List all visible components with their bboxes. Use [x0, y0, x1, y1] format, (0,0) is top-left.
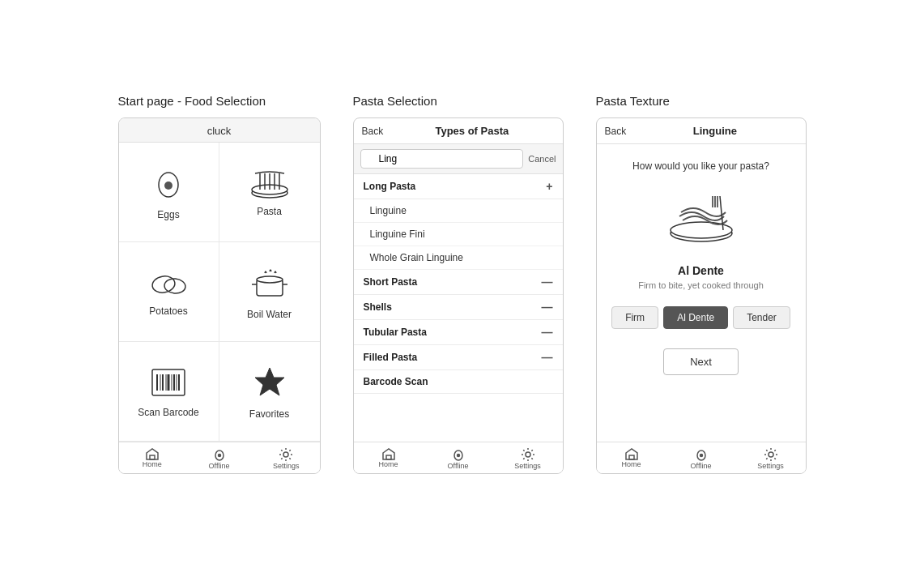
s1-label-eggs: Eggs — [157, 209, 179, 220]
s3-option-aldente[interactable]: Al Dente — [663, 306, 728, 329]
s3-nav-settings[interactable]: Settings — [736, 442, 806, 473]
s1-cell-potatoes[interactable]: Potatoes — [119, 242, 219, 342]
s3-option-tender[interactable]: Tender — [733, 306, 790, 329]
s2-nav-settings-label: Settings — [514, 462, 541, 470]
svg-point-28 — [218, 455, 220, 457]
s1-label-pasta: Pasta — [257, 206, 282, 217]
s2-header-title: Types of Pasta — [390, 125, 554, 137]
s3-texture-desc: Firm to bite, yet cooked through — [638, 280, 764, 290]
filled-pasta-collapse-icon: — — [542, 351, 553, 364]
s2-section-short-pasta-label: Short Pasta — [364, 276, 418, 288]
s1-nav-offline-label: Offline — [209, 462, 230, 470]
s2-section-long-pasta-label: Long Pasta — [364, 181, 416, 192]
screens-container: Start page - Food Selection cluck Eggs — [70, 62, 855, 506]
screen3-section: Pasta Texture Back Linguine How would yo… — [596, 94, 807, 474]
s3-next-button[interactable]: Next — [663, 348, 739, 375]
tubular-pasta-collapse-icon: — — [542, 326, 553, 339]
s1-cell-scanbarcode[interactable]: Scan Barcode — [119, 342, 219, 442]
s2-section-shells[interactable]: Shells — — [354, 295, 563, 320]
s1-bottom-nav: Home Offline Settings — [119, 442, 320, 473]
settings-icon — [521, 447, 535, 462]
s1-label-potatoes: Potatoes — [149, 305, 187, 317]
s2-item-linguine[interactable]: Linguine — [354, 199, 563, 223]
s3-nav-home-label: Home — [621, 460, 641, 468]
s2-header: Back Types of Pasta — [354, 118, 563, 144]
s3-header-title: Linguine — [632, 125, 797, 137]
offline-icon — [213, 447, 226, 462]
s2-nav-settings[interactable]: Settings — [493, 442, 563, 473]
svg-marker-25 — [255, 368, 284, 395]
s3-bottom-nav: Home Offline Settings — [597, 442, 806, 473]
s1-label-favorites: Favorites — [249, 408, 289, 420]
s3-pasta-illustration — [665, 188, 738, 248]
s3-nav-offline-label: Offline — [691, 462, 712, 470]
settings-icon — [279, 447, 293, 462]
svg-point-43 — [769, 452, 773, 457]
s2-nav-offline-label: Offline — [448, 462, 469, 470]
home-icon — [145, 447, 160, 460]
s2-nav-offline[interactable]: Offline — [424, 442, 493, 473]
long-pasta-expand-icon: + — [546, 180, 552, 193]
s1-nav-offline[interactable]: Offline — [185, 442, 253, 473]
s2-section-barcode-scan-label: Barcode Scan — [364, 376, 428, 387]
s2-cancel-button[interactable]: Cancel — [528, 154, 556, 164]
s2-back-button[interactable]: Back — [362, 126, 384, 137]
svg-point-9 — [151, 275, 176, 295]
s2-search-input[interactable] — [360, 149, 524, 169]
s3-header: Back Linguine — [597, 118, 806, 144]
svg-point-42 — [700, 455, 702, 457]
s3-nav-offline[interactable]: Offline — [666, 442, 736, 473]
s2-section-tubular-pasta[interactable]: Tubular Pasta — — [354, 320, 563, 345]
offline-icon — [452, 447, 465, 462]
s1-label-boilwater: Boil Water — [247, 309, 292, 320]
s1-cell-boilwater[interactable]: Boil Water — [219, 242, 320, 342]
shells-collapse-icon: — — [542, 301, 553, 314]
s1-nav-settings[interactable]: Settings — [253, 442, 320, 473]
screen2-frame: Back Types of Pasta 🔍 Cancel Long Pasta … — [353, 117, 564, 474]
svg-point-12 — [257, 276, 283, 283]
screen1-frame: cluck Eggs — [118, 117, 321, 474]
s2-section-barcode-scan[interactable]: Barcode Scan — [354, 370, 563, 394]
short-pasta-collapse-icon: — — [542, 275, 553, 288]
screen2-title: Pasta Selection — [353, 94, 437, 108]
barcode-icon — [147, 365, 189, 400]
s1-cell-pasta[interactable]: Pasta — [219, 143, 320, 242]
svg-rect-40 — [629, 455, 634, 459]
screen1-section: Start page - Food Selection cluck Eggs — [118, 94, 321, 474]
pot-icon — [247, 263, 292, 302]
s3-back-button[interactable]: Back — [605, 126, 627, 137]
s1-cell-eggs[interactable]: Eggs — [119, 143, 219, 242]
s3-texture-name: Al Dente — [678, 264, 724, 277]
svg-rect-30 — [386, 455, 391, 459]
s1-nav-home[interactable]: Home — [119, 442, 186, 473]
offline-icon — [695, 447, 708, 462]
screen3-title: Pasta Texture — [596, 94, 670, 108]
s2-nav-home-label: Home — [378, 460, 398, 468]
s1-app-name: cluck — [119, 118, 320, 143]
home-icon — [381, 447, 396, 460]
s2-section-shells-label: Shells — [364, 301, 392, 313]
s1-nav-home-label: Home — [143, 460, 162, 468]
home-icon — [624, 447, 639, 460]
s1-label-scanbarcode: Scan Barcode — [138, 407, 198, 418]
s2-section-long-pasta[interactable]: Long Pasta + — [354, 174, 563, 199]
s3-nav-home[interactable]: Home — [597, 442, 666, 473]
svg-point-32 — [457, 455, 459, 457]
s2-section-filled-pasta[interactable]: Filled Pasta — — [354, 345, 563, 370]
s3-question: How would you like your pasta? — [632, 160, 769, 172]
s2-nav-home[interactable]: Home — [354, 442, 424, 473]
s1-cell-favorites[interactable]: Favorites — [219, 342, 320, 442]
s2-section-short-pasta[interactable]: Short Pasta — — [354, 270, 563, 295]
s2-item-whole-grain-linguine[interactable]: Whole Grain Linguine — [354, 246, 563, 270]
s2-bottom-nav: Home Offline Settings — [354, 442, 563, 473]
pasta-icon — [247, 167, 292, 199]
potatoes-icon — [146, 267, 191, 299]
svg-point-33 — [526, 452, 530, 457]
svg-point-1 — [164, 182, 172, 190]
svg-rect-26 — [150, 455, 155, 459]
s3-options: Firm Al Dente Tender — [611, 306, 790, 329]
s2-item-linguine-fini[interactable]: Linguine Fini — [354, 223, 563, 246]
s3-option-firm[interactable]: Firm — [611, 306, 658, 329]
s2-section-tubular-pasta-label: Tubular Pasta — [364, 327, 427, 338]
s2-list: Long Pasta + Linguine Linguine Fini Whol… — [354, 174, 563, 442]
